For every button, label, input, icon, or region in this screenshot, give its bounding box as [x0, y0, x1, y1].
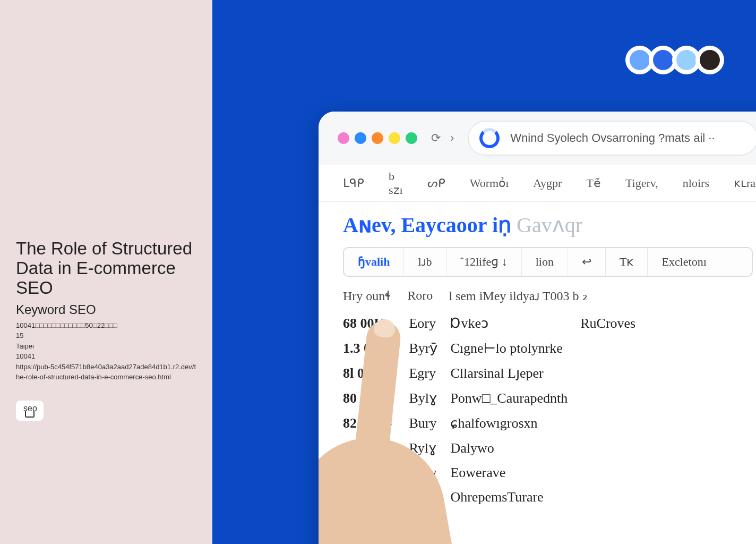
filter-item[interactable]: ɧvalih: [344, 248, 404, 276]
label-cell: Cllarsinal Lȷeper: [450, 361, 580, 386]
bookmark-item[interactable]: Tẽ: [586, 176, 600, 190]
address-bar-text: Wnind Syolech Ovsarroning ?mats ail ··: [510, 131, 715, 145]
extra-cell: RuCroves: [580, 311, 648, 336]
code-cell: Byrȳ: [409, 336, 450, 361]
traffic-light-blue-icon[interactable]: [355, 132, 366, 144]
code-cell: Eory: [409, 311, 450, 336]
code-cell: Rylɣ: [409, 436, 450, 461]
metric-cell: 8l 00K: [343, 361, 409, 386]
code-cell: Bory: [409, 461, 450, 485]
page-title: The Role of Structured Data in E-commerc…: [16, 239, 196, 298]
bookmark-bar: ᒪᑫᑭ b sᴢı ᔕᑭ Wormỏı Aygpr Tẽ Tigerv, nlo…: [319, 165, 756, 202]
hero-area: ⟳ › Wnind Syolech Ovsarroning ?mats ail …: [212, 0, 756, 544]
filter-item[interactable]: lᴊb: [404, 248, 446, 276]
table-header-cell: Hry ounɬ: [343, 288, 391, 303]
traffic-light-yellow-icon[interactable]: [389, 132, 400, 144]
table-row[interactable]: 80 00KNilvOhrepemsTurare: [343, 485, 648, 509]
address-bar[interactable]: Wnind Syolech Ovsarroning ?mats ail ··: [468, 121, 756, 156]
metric-cell: 1.3 00K: [343, 336, 409, 361]
metric-cell: 80 00K: [343, 485, 409, 509]
label-cell: OhrepemsTurare: [450, 485, 580, 509]
bookmark-item[interactable]: ᔕᑭ: [427, 176, 445, 190]
filter-item[interactable]: Excletonı: [648, 248, 720, 276]
browser-window: ⟳ › Wnind Syolech Ovsarroning ?mats ail …: [319, 112, 756, 544]
label-cell: [450, 509, 580, 534]
code-cell: Bylɣ: [409, 386, 450, 411]
meta-url: https://pub-5c454f571b8e40a3a2aad27ade84…: [16, 362, 196, 382]
results-table: 68 00KEoryⱰvkeɔRuCroves1.3 00KByrȳCıgne⊢…: [343, 311, 648, 534]
code-cell: Egry: [409, 361, 450, 386]
table-row[interactable]: 80 00KBylɣPonw□_Caurapednth: [343, 386, 648, 411]
traffic-light-pink-icon[interactable]: [338, 132, 349, 144]
label-cell: Eowerave: [450, 461, 580, 485]
table-header-cell: l sem iMey ildyaᴊ T003 b ₂: [449, 288, 587, 303]
window-traffic-lights: [338, 132, 417, 144]
metric-cell: 3.2 00K: [343, 461, 409, 485]
table-header: Hry ounɬ Roro l sem iMey ildyaᴊ T003 b ₂: [343, 288, 753, 303]
filter-item[interactable]: ↩: [568, 248, 606, 276]
table-row[interactable]: 82 00KBuryɕhalfowıgrosxn: [343, 411, 648, 436]
metric-cell: 68 00K: [343, 311, 409, 336]
traffic-light-green-icon[interactable]: [406, 132, 417, 144]
label-cell: Cıgne⊢lo ptolynrke: [450, 336, 580, 361]
left-sidebar: The Role of Structured Data in E-commerc…: [0, 0, 212, 544]
bookmark-item[interactable]: ᴋʟral: [734, 176, 756, 190]
seo-badge: seo: [16, 401, 44, 421]
logo-row: [631, 46, 724, 74]
filter-toolbar: ɧvalih lᴊb ˆ12lifeɡ ↓ lion ↩ Tᴋ Excleton…: [343, 247, 753, 277]
headline-main: Aɴev, Eaycaoor iṇ: [343, 213, 511, 237]
page-subtitle: Keyword SEO: [16, 302, 196, 317]
bookmark-item[interactable]: nloirs: [683, 176, 709, 190]
forward-icon[interactable]: ›: [450, 131, 454, 145]
bookmark-item[interactable]: Wormỏı: [470, 176, 509, 190]
filter-item[interactable]: lion: [522, 248, 568, 276]
results-headline: Aɴev, Eaycaoor iṇ Gavʌqr: [343, 212, 753, 237]
table-header-cell: Roro: [407, 288, 433, 303]
label-cell: Ɒvkeɔ: [450, 311, 580, 336]
bookmark-item[interactable]: ᒪᑫᑭ: [343, 176, 364, 190]
meta-line-4: 10041: [16, 351, 196, 362]
table-row[interactable]: 3.2 00KBoryEowerave: [343, 461, 648, 485]
code-cell: Bury: [409, 411, 450, 436]
meta-line-3: Taipei: [16, 341, 196, 352]
logo-circle-icon: [695, 46, 724, 74]
metric-cell: 82 00K: [343, 411, 409, 436]
table-row[interactable]: 68 00KEoryⱰvkeɔRuCroves: [343, 311, 648, 336]
bookmark-item[interactable]: Aygpr: [533, 176, 562, 190]
label-cell: Ponw□_Caurapednth: [450, 386, 580, 411]
headline-muted: Gavʌqr: [517, 213, 582, 237]
metric-cell: 1.7 004: [343, 436, 409, 461]
metric-cell: 80 00K: [343, 386, 409, 411]
table-row[interactable]: 8ᴇ 00K: [343, 509, 648, 534]
bookmark-item[interactable]: Tigerv,: [625, 176, 658, 190]
filter-item[interactable]: ˆ12lifeɡ ↓: [446, 248, 522, 276]
code-cell: [409, 509, 450, 534]
browser-chrome: ⟳ › Wnind Syolech Ovsarroning ?mats ail …: [319, 112, 756, 165]
table-row[interactable]: 1.3 00KByrȳCıgne⊢lo ptolynrke: [343, 336, 648, 361]
metric-cell: 8ᴇ 00K: [343, 509, 409, 534]
meta-line-2: 15: [16, 330, 196, 341]
meta-line-1: 10041□□□□□□□□□□□□50□22□□□: [16, 320, 196, 331]
bookmark-item[interactable]: b sᴢı: [389, 169, 403, 197]
table-row[interactable]: 1.7 004RylɣDalywo: [343, 436, 648, 461]
page-content: Aɴev, Eaycaoor iṇ Gavʌqr ɧvalih lᴊb ˆ12l…: [319, 202, 756, 544]
label-cell: Dalywo: [450, 436, 580, 461]
code-cell: Nilv: [409, 485, 450, 509]
filter-item[interactable]: Tᴋ: [606, 248, 648, 276]
refresh-icon[interactable]: ⟳: [431, 131, 441, 145]
label-cell: ɕhalfowıgrosxn: [450, 411, 580, 436]
table-row[interactable]: 8l 00KEgryCllarsinal Lȷeper: [343, 361, 648, 386]
traffic-light-orange-icon[interactable]: [372, 132, 383, 144]
loading-spinner-icon: [479, 128, 500, 148]
